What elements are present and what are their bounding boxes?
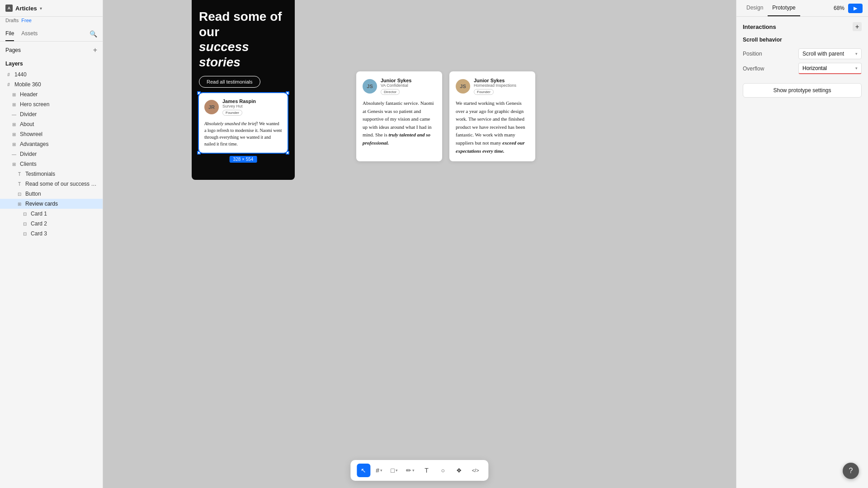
card-3-badge: Founder (474, 89, 494, 95)
layer-item-card-2[interactable]: ⊡Card 2 (0, 219, 103, 229)
card-1-selected[interactable]: JR James Raspin Survey Hut Founder Absol… (199, 93, 288, 153)
card-3-company: Homestead Inspections (474, 83, 529, 88)
left-sidebar: A Articles ▾ Drafts Free File Assets 🔍 P… (0, 0, 103, 488)
layer-type-icon: ⊡ (22, 231, 28, 236)
project-name: Articles (15, 5, 37, 12)
shape-tool-arrow: ▾ (396, 468, 398, 473)
phone-content: Read some of oursuccess stories Read all… (192, 0, 295, 180)
card-3[interactable]: JS Junior Sykes Homestead Inspections Fo… (449, 71, 535, 161)
selected-card-wrapper: JR James Raspin Survey Hut Founder Absol… (199, 93, 288, 153)
layer-label: Card 3 (31, 230, 97, 237)
drafts-label: Drafts (5, 18, 19, 23)
pen-tool-dropdown[interactable]: ✏ ▾ (403, 465, 417, 476)
layer-type-icon: ⊡ (22, 221, 28, 226)
layer-label: About (20, 121, 97, 127)
layer-item-mobile-360[interactable]: #Mobile 360 (0, 80, 103, 89)
person-info: James Raspin Survey Hut Founder (222, 99, 282, 116)
layer-label: Header (20, 91, 97, 98)
layer-item-about[interactable]: ⊞About (0, 119, 103, 129)
overflow-dropdown[interactable]: Horizontal ▾ (798, 63, 862, 74)
position-value: Scroll with parent (802, 51, 844, 57)
text-tool-button[interactable]: T (420, 464, 434, 477)
pages-header: Pages + (0, 42, 103, 57)
main-canvas[interactable]: Read some of oursuccess stories Read all… (103, 0, 736, 488)
layer-item-hero-screen[interactable]: ⊞Hero screen (0, 99, 103, 109)
assets-tab[interactable]: Assets (21, 27, 38, 41)
layer-list: #1440#Mobile 360⊞Header⊞Hero screen—Divi… (0, 70, 103, 488)
layers-label: Layers (5, 61, 23, 67)
help-icon: ? (849, 467, 853, 475)
layer-item-clients[interactable]: ⊞Clients (0, 159, 103, 169)
comment-tool-button[interactable]: ○ (436, 464, 450, 477)
layer-item-advantages[interactable]: ⊞Advantages (0, 139, 103, 149)
chevron-down-icon[interactable]: ▾ (40, 6, 42, 11)
frame-tool-arrow: ▾ (380, 468, 382, 473)
help-button[interactable]: ? (843, 463, 859, 479)
layer-label: Read some of our success st… (25, 181, 97, 187)
card-3-name: Junior Sykes (474, 78, 529, 83)
layer-item-card-1[interactable]: ⊡Card 1 (0, 209, 103, 219)
layer-label: Mobile 360 (14, 81, 97, 88)
frame-tool-icon: # (376, 467, 379, 474)
card-2-company: VA Confidential (381, 83, 436, 88)
layer-item-read-some[interactable]: TRead some of our success st… (0, 179, 103, 189)
card-2-quote: Absolutely fantastic service. Naomi at G… (363, 99, 436, 147)
show-prototype-settings-button[interactable]: Show prototype settings (743, 83, 862, 98)
prototype-action-button[interactable]: ▶ (848, 4, 863, 13)
layer-type-icon: ⊞ (11, 132, 17, 137)
search-icon[interactable]: 🔍 (90, 30, 97, 38)
sidebar-tab-row: File Assets 🔍 (0, 27, 103, 42)
add-interaction-button[interactable]: + (853, 22, 862, 31)
card-3-info: Junior Sykes Homestead Inspections Found… (474, 78, 529, 95)
right-panel: Design Prototype 68% ▶ Interactions + Sc… (736, 0, 868, 488)
add-page-button[interactable]: + (93, 46, 97, 54)
select-tool-button[interactable]: ↖ (357, 464, 370, 477)
plan-info: Drafts Free (0, 17, 103, 27)
layer-type-icon: — (11, 112, 17, 117)
zoom-value: 68% (834, 5, 844, 11)
overflow-dropdown-arrow: ▾ (855, 66, 858, 70)
layer-item-header[interactable]: ⊞Header (0, 89, 103, 99)
layer-item-showreel[interactable]: ⊞Showreel (0, 129, 103, 139)
read-testimonials-button[interactable]: Read all testimonials (199, 76, 260, 88)
card-3-quote: We started working with Genesis over a y… (456, 99, 529, 155)
phone-frame: Read some of oursuccess stories Read all… (192, 0, 295, 180)
layer-item-card-3[interactable]: ⊡Card 3 (0, 229, 103, 239)
outside-cards: JS Junior Sykes VA Confidential Director… (356, 71, 535, 161)
layer-type-icon: — (11, 152, 17, 157)
frame-tool-dropdown[interactable]: # ▾ (373, 465, 385, 476)
layer-label: Divider (20, 151, 97, 157)
layer-label: Showreel (20, 131, 97, 137)
card-person: JR James Raspin Survey Hut Founder (204, 99, 282, 116)
layer-type-icon: ⊞ (11, 102, 17, 107)
layer-item-review-cards[interactable]: ⊞Review cards (0, 199, 103, 209)
position-dropdown[interactable]: Scroll with parent ▾ (798, 48, 862, 59)
file-tab[interactable]: File (5, 27, 14, 41)
position-dropdown-arrow: ▾ (855, 52, 858, 56)
design-tab[interactable]: Design (742, 0, 768, 16)
shape-tool-dropdown[interactable]: □ ▾ (388, 465, 400, 476)
zoom-area: 68% (834, 5, 844, 11)
layer-item-testimonials[interactable]: TTestimonials (0, 169, 103, 179)
layer-label: Hero screen (20, 101, 97, 108)
card-quote: Absolutely smashed the brief! We wanted … (204, 120, 282, 147)
layer-item-frame-1440[interactable]: #1440 (0, 70, 103, 80)
card-3-avatar: JS (456, 79, 470, 94)
layer-item-divider-1[interactable]: —Divider (0, 109, 103, 119)
pages-label: Pages (5, 47, 21, 53)
position-label: Position (743, 51, 762, 57)
components-tool-button[interactable]: ❖ (453, 464, 466, 477)
file-icon: A (5, 5, 13, 12)
card-2[interactable]: JS Junior Sykes VA Confidential Director… (356, 71, 442, 161)
layer-type-icon: # (5, 72, 12, 77)
layer-type-icon: ⊡ (16, 192, 23, 197)
overflow-value: Horizontal (802, 65, 827, 71)
prototype-tab[interactable]: Prototype (768, 0, 800, 16)
code-tool-button[interactable]: </> (469, 464, 482, 477)
layer-type-icon: ⊞ (11, 142, 17, 147)
layer-item-button[interactable]: ⊡Button (0, 189, 103, 199)
interactions-label: Interactions (743, 23, 776, 30)
interactions-header: Interactions + (736, 17, 868, 31)
layer-type-icon: ⊞ (11, 162, 17, 167)
layer-item-divider-2[interactable]: —Divider (0, 149, 103, 159)
